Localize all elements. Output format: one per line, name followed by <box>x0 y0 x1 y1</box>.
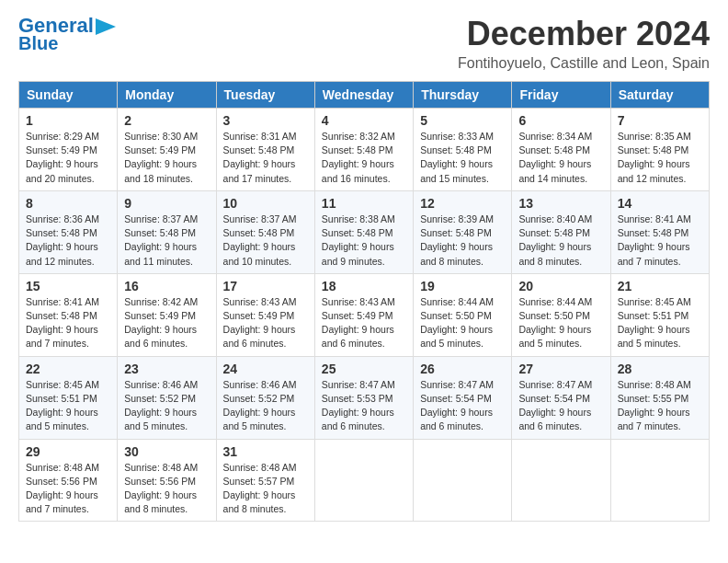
day-info: Sunrise: 8:39 AMSunset: 5:48 PMDaylight:… <box>420 213 494 267</box>
day-cell-20: 20 Sunrise: 8:44 AMSunset: 5:50 PMDaylig… <box>512 273 610 356</box>
day-number: 5 <box>420 113 505 128</box>
day-number: 7 <box>618 113 702 128</box>
day-number: 22 <box>26 362 110 376</box>
day-number: 16 <box>124 279 209 293</box>
day-number: 14 <box>618 196 702 211</box>
day-header-tuesday: Tuesday <box>216 82 314 109</box>
day-cell-14: 14 Sunrise: 8:41 AMSunset: 5:48 PMDaylig… <box>610 190 709 273</box>
month-title: December 2024 <box>458 15 710 53</box>
day-cell-27: 27 Sunrise: 8:47 AMSunset: 5:54 PMDaylig… <box>512 356 610 439</box>
day-number: 3 <box>223 113 308 128</box>
title-area: December 2024 Fontihoyuelo, Castille and… <box>458 15 710 72</box>
day-cell-10: 10 Sunrise: 8:37 AMSunset: 5:48 PMDaylig… <box>216 190 314 273</box>
day-info: Sunrise: 8:31 AMSunset: 5:48 PMDaylight:… <box>223 131 297 184</box>
day-number: 11 <box>322 196 406 211</box>
day-number: 23 <box>124 362 209 376</box>
day-number: 4 <box>322 113 406 128</box>
day-info: Sunrise: 8:47 AMSunset: 5:54 PMDaylight:… <box>518 379 592 432</box>
day-cell-24: 24 Sunrise: 8:46 AMSunset: 5:52 PMDaylig… <box>216 356 314 439</box>
day-cell-21: 21 Sunrise: 8:45 AMSunset: 5:51 PMDaylig… <box>610 273 709 356</box>
day-info: Sunrise: 8:37 AMSunset: 5:48 PMDaylight:… <box>223 213 297 267</box>
day-cell-19: 19 Sunrise: 8:44 AMSunset: 5:50 PMDaylig… <box>414 273 512 356</box>
day-cell-9: 9 Sunrise: 8:37 AMSunset: 5:48 PMDayligh… <box>118 190 216 273</box>
day-header-sunday: Sunday <box>19 82 118 109</box>
day-info: Sunrise: 8:34 AMSunset: 5:48 PMDaylight:… <box>518 131 592 184</box>
day-cell-7: 7 Sunrise: 8:35 AMSunset: 5:48 PMDayligh… <box>610 109 709 191</box>
day-header-friday: Friday <box>512 82 610 109</box>
day-info: Sunrise: 8:32 AMSunset: 5:48 PMDaylight:… <box>322 131 395 184</box>
day-cell-23: 23 Sunrise: 8:46 AMSunset: 5:52 PMDaylig… <box>118 356 216 439</box>
empty-cell <box>314 439 413 522</box>
day-info: Sunrise: 8:36 AMSunset: 5:48 PMDaylight:… <box>26 213 99 267</box>
day-number: 18 <box>322 279 406 293</box>
day-number: 2 <box>124 113 209 128</box>
day-info: Sunrise: 8:43 AMSunset: 5:49 PMDaylight:… <box>322 296 395 350</box>
calendar-table: SundayMondayTuesdayWednesdayThursdayFrid… <box>18 81 710 522</box>
day-header-thursday: Thursday <box>414 82 512 109</box>
day-info: Sunrise: 8:46 AMSunset: 5:52 PMDaylight:… <box>124 379 198 432</box>
day-number: 12 <box>420 196 505 211</box>
day-number: 31 <box>223 444 308 459</box>
day-cell-11: 11 Sunrise: 8:38 AMSunset: 5:48 PMDaylig… <box>314 190 413 273</box>
day-cell-12: 12 Sunrise: 8:39 AMSunset: 5:48 PMDaylig… <box>414 190 512 273</box>
logo: General Blue <box>18 15 116 53</box>
day-cell-15: 15 Sunrise: 8:41 AMSunset: 5:48 PMDaylig… <box>19 273 118 356</box>
day-cell-13: 13 Sunrise: 8:40 AMSunset: 5:48 PMDaylig… <box>512 190 610 273</box>
day-number: 27 <box>518 362 603 376</box>
day-cell-16: 16 Sunrise: 8:42 AMSunset: 5:49 PMDaylig… <box>118 273 216 356</box>
day-info: Sunrise: 8:48 AMSunset: 5:55 PMDaylight:… <box>618 379 691 432</box>
day-info: Sunrise: 8:46 AMSunset: 5:52 PMDaylight:… <box>223 379 297 432</box>
day-number: 10 <box>223 196 308 211</box>
logo-blue-text: Blue <box>18 33 58 53</box>
calendar-week-5: 29 Sunrise: 8:48 AMSunset: 5:56 PMDaylig… <box>19 439 710 522</box>
day-number: 1 <box>26 113 110 128</box>
day-number: 25 <box>322 362 406 376</box>
day-number: 26 <box>420 362 505 376</box>
day-cell-8: 8 Sunrise: 8:36 AMSunset: 5:48 PMDayligh… <box>19 190 118 273</box>
day-info: Sunrise: 8:37 AMSunset: 5:48 PMDaylight:… <box>124 213 198 267</box>
day-info: Sunrise: 8:38 AMSunset: 5:48 PMDaylight:… <box>322 213 395 267</box>
day-info: Sunrise: 8:43 AMSunset: 5:49 PMDaylight:… <box>223 296 297 350</box>
day-number: 15 <box>26 279 110 293</box>
day-cell-29: 29 Sunrise: 8:48 AMSunset: 5:56 PMDaylig… <box>19 439 118 522</box>
day-number: 9 <box>124 196 209 211</box>
day-info: Sunrise: 8:33 AMSunset: 5:48 PMDaylight:… <box>420 131 494 184</box>
location-subtitle: Fontihoyuelo, Castille and Leon, Spain <box>458 55 710 72</box>
day-info: Sunrise: 8:48 AMSunset: 5:56 PMDaylight:… <box>124 462 198 515</box>
day-number: 21 <box>618 279 702 293</box>
day-info: Sunrise: 8:47 AMSunset: 5:53 PMDaylight:… <box>322 379 395 432</box>
day-number: 19 <box>420 279 505 293</box>
empty-cell <box>414 439 512 522</box>
day-info: Sunrise: 8:40 AMSunset: 5:48 PMDaylight:… <box>518 213 592 267</box>
calendar-week-4: 22 Sunrise: 8:45 AMSunset: 5:51 PMDaylig… <box>19 356 710 439</box>
day-number: 24 <box>223 362 308 376</box>
calendar-week-3: 15 Sunrise: 8:41 AMSunset: 5:48 PMDaylig… <box>19 273 710 356</box>
day-number: 20 <box>518 279 603 293</box>
day-number: 8 <box>26 196 110 211</box>
day-cell-5: 5 Sunrise: 8:33 AMSunset: 5:48 PMDayligh… <box>414 109 512 191</box>
svg-marker-0 <box>96 18 116 35</box>
day-info: Sunrise: 8:35 AMSunset: 5:48 PMDaylight:… <box>618 131 691 184</box>
day-cell-22: 22 Sunrise: 8:45 AMSunset: 5:51 PMDaylig… <box>19 356 118 439</box>
calendar-week-2: 8 Sunrise: 8:36 AMSunset: 5:48 PMDayligh… <box>19 190 710 273</box>
day-cell-31: 31 Sunrise: 8:48 AMSunset: 5:57 PMDaylig… <box>216 439 314 522</box>
empty-cell <box>610 439 709 522</box>
day-number: 28 <box>618 362 702 376</box>
day-number: 6 <box>518 113 603 128</box>
day-cell-6: 6 Sunrise: 8:34 AMSunset: 5:48 PMDayligh… <box>512 109 610 191</box>
day-info: Sunrise: 8:30 AMSunset: 5:49 PMDaylight:… <box>124 131 198 184</box>
day-number: 30 <box>124 444 209 459</box>
day-cell-4: 4 Sunrise: 8:32 AMSunset: 5:48 PMDayligh… <box>314 109 413 191</box>
day-info: Sunrise: 8:44 AMSunset: 5:50 PMDaylight:… <box>420 296 494 350</box>
day-cell-30: 30 Sunrise: 8:48 AMSunset: 5:56 PMDaylig… <box>118 439 216 522</box>
day-cell-28: 28 Sunrise: 8:48 AMSunset: 5:55 PMDaylig… <box>610 356 709 439</box>
day-info: Sunrise: 8:45 AMSunset: 5:51 PMDaylight:… <box>618 296 691 350</box>
day-info: Sunrise: 8:41 AMSunset: 5:48 PMDaylight:… <box>26 296 99 350</box>
day-cell-25: 25 Sunrise: 8:47 AMSunset: 5:53 PMDaylig… <box>314 356 413 439</box>
header: General Blue December 2024 Fontihoyuelo,… <box>18 15 710 72</box>
day-number: 17 <box>223 279 308 293</box>
empty-cell <box>512 439 610 522</box>
day-info: Sunrise: 8:29 AMSunset: 5:49 PMDaylight:… <box>26 131 99 184</box>
day-info: Sunrise: 8:42 AMSunset: 5:49 PMDaylight:… <box>124 296 198 350</box>
logo-arrow-icon <box>96 18 116 35</box>
